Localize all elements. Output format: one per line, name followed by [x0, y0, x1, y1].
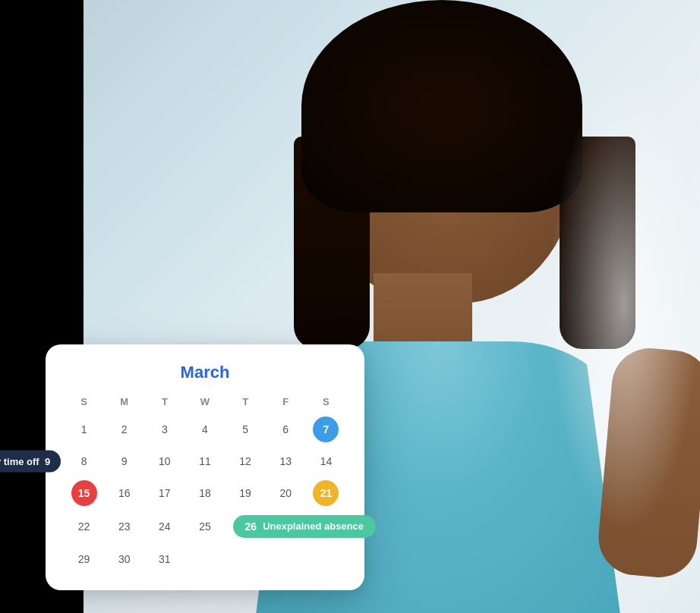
day-12[interactable]: 12	[225, 445, 266, 477]
day-25[interactable]: 25	[184, 509, 225, 543]
day-29[interactable]: 29	[64, 543, 104, 575]
day-2[interactable]: 2	[104, 413, 144, 445]
day-7[interactable]: 7	[306, 413, 346, 445]
day-14[interactable]: 14	[306, 445, 346, 477]
unexplained-absence-badge: 26 Unexplained absence	[233, 515, 377, 538]
calendar-card: March S M T W T F S 1 2 3 4 5 6 7	[46, 344, 364, 590]
day-1[interactable]: 1	[64, 413, 104, 445]
pay-time-off-badge: Pay time off 9	[0, 451, 61, 473]
day-9[interactable]: 9	[104, 445, 144, 477]
calendar-week-5: 29 30 31	[64, 543, 346, 575]
day-empty-1	[184, 543, 225, 575]
calendar-grid: S M T W T F S 1 2 3 4 5 6 7	[64, 393, 346, 575]
day-13[interactable]: 13	[266, 445, 306, 477]
day-16[interactable]: 16	[104, 477, 144, 509]
weekday-sun: S	[64, 393, 104, 413]
day-17[interactable]: 17	[144, 477, 184, 509]
day-5[interactable]: 5	[225, 413, 266, 445]
day-26[interactable]: 26 26 Unexplained absence	[225, 509, 266, 543]
calendar-week-4: 22 23 24 25 26 26 Unexplained absence	[64, 509, 346, 543]
day-20[interactable]: 20	[266, 477, 306, 509]
weekday-sat: S	[306, 393, 346, 413]
day-23[interactable]: 23	[104, 509, 144, 543]
calendar-title: March	[64, 363, 346, 382]
day-19[interactable]: 19	[225, 477, 266, 509]
calendar-weekdays-row: S M T W T F S	[64, 393, 346, 413]
right-light	[548, 76, 700, 531]
pay-time-off-label: Pay time off	[0, 456, 39, 467]
unexplained-day-number: 26	[245, 520, 257, 533]
hair	[301, 0, 582, 212]
day-30[interactable]: 30	[104, 543, 144, 575]
day-4[interactable]: 4	[184, 413, 225, 445]
day-empty-4	[306, 543, 346, 575]
day-15[interactable]: 15	[64, 477, 104, 509]
day-empty-2	[225, 543, 266, 575]
day-11[interactable]: 11	[184, 445, 225, 477]
weekday-fri: F	[266, 393, 306, 413]
day-6[interactable]: 6	[266, 413, 306, 445]
day-18[interactable]: 18	[184, 477, 225, 509]
day-empty-3	[266, 543, 306, 575]
day-10[interactable]: 10	[144, 445, 184, 477]
weekday-mon: M	[104, 393, 144, 413]
day-3[interactable]: 3	[144, 413, 184, 445]
day-8[interactable]: 8 Pay time off 9	[64, 445, 104, 477]
calendar-week-1: 1 2 3 4 5 6 7	[64, 413, 346, 445]
weekday-wed: W	[184, 393, 225, 413]
calendar-week-2: 8 Pay time off 9 9 10 11 12 13 14	[64, 445, 346, 477]
weekday-tue: T	[144, 393, 184, 413]
calendar-week-3: 15 16 17 18 19 20 21	[64, 477, 346, 509]
day-31[interactable]: 31	[144, 543, 184, 575]
unexplained-absence-label: Unexplained absence	[263, 520, 364, 532]
day-24[interactable]: 24	[144, 509, 184, 543]
weekday-thu: T	[225, 393, 266, 413]
day-22[interactable]: 22	[64, 509, 104, 543]
day-21[interactable]: 21	[306, 477, 346, 509]
